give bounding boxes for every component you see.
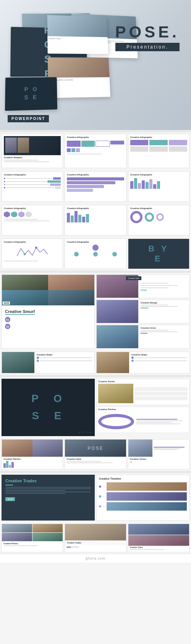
slide-infographic-6: Creative Infographic [2,205,63,235]
svg-point-1 [35,247,37,249]
creative-smurf-section: 2019 Creative Smurf 01 [0,273,191,350]
slide-stack-mockup: Creative Takes POSE Creative Helps Somet… [0,8,123,126]
sends-pitches-col: Creative Sends Creative Pitches [96,379,189,436]
site-label: gfxtra.com [3,556,188,560]
niches-title: Creative Niches [3,458,61,460]
bottom-slide-2: Creative Trades [65,524,126,552]
slide-title-inf10: Creative Infographic [67,241,124,243]
vision-title: Creative Vision [130,458,188,460]
creative-smurf-slide: 2019 Creative Smurf 01 [2,274,95,349]
creative-bangs-slide: Creative Bangs [96,300,189,323]
pose-title: POSE. [115,23,180,41]
slide-title-inf9: Creative Infographic [4,241,61,243]
dark-pose-text: P OS E [31,390,65,425]
creative-helps-2-title: Creative Helps [131,354,187,356]
timeline-item-1 [99,482,187,491]
slide-title-inf5: Creative Infographic [130,174,187,176]
ct-title-plain: Creative [5,479,23,483]
slide-title-simples: Creative Simples [4,156,61,159]
infographic-section-2: Creative Infographic [0,170,191,203]
slide-infographic-8: Creative Infographic [128,205,189,235]
slide-infographic-7: Creative Infographic [65,205,126,235]
creative-timeline-slide: Creative Timeline [96,475,189,521]
slide-infographic-1: Creative Infographic [65,134,126,168]
creative-sends-slide: Creative Sends [96,379,189,405]
svg-point-0 [24,253,26,255]
slide-infographic-10: Creative Infographic [65,238,126,269]
pose-title-area: POSE. Presentation. [115,23,180,51]
creative-trades-title: Creative Trades [5,479,91,483]
creative-helps-2-slide: Creative Helps [96,352,189,373]
hyte-title: Creative Hyte [66,458,124,460]
creative-pitches-slide: Creative Pitches [96,407,189,433]
timeline-title: Creative Timeline [99,477,187,480]
right-slides-col: Creative Girls Creative Bangs [96,274,189,349]
slide-infographic-2: Creative Infographic [128,134,189,168]
dark-pose-date: 2 0 1 9 [79,431,91,433]
creative-vision-slide: Creative Vision 03 [128,439,189,469]
creative-sends-title: Creative Sends [97,379,189,384]
dark-pose-slide: P OS E 2 0 1 9 [2,379,95,436]
slide-overlay-1: Creative Helps [47,15,108,54]
creative-trades-slide: Creative Trades 2019 [2,475,95,521]
creative-smurf-title: Creative Smurf [5,309,35,315]
creative-hyte-slide: POSE Creative Hyte [65,439,126,469]
creative-helps-1-slide: Creative Helps [2,352,95,373]
slide-infographic-4: Creative Infographic [65,171,126,202]
niches-section: Creative Niches POSE Creative Hyte [0,438,191,471]
creative-helps-section: Creative Helps Creative Helps [0,350,191,375]
num-badge-02: 02 [5,324,10,329]
creative-grizz-title: Creative Grizz [141,327,187,329]
creative-grizz-slide: Creative Grizz [96,325,189,349]
slide-title-inf3: Creative Infographic [4,174,61,176]
slide-title-inf2: Creative Infographic [130,136,187,138]
creative-pitches-title: Creative Pitches [97,407,189,412]
num-badge-01: 01 [5,317,10,322]
creative-helps-1-title: Creative Helps [37,354,92,356]
slide-title-inf4: Creative Infographic [67,174,124,176]
slide-infographic-9: Creative Infographic [2,238,63,269]
bottom-slide-2-title: Creative Trades [65,540,126,545]
slide-infographic-3: Creative Infographic [2,171,63,202]
timeline-item-2 [99,492,187,501]
ct-button[interactable]: 2019 [5,497,15,501]
dark-pose-section: P OS E 2 0 1 9 Creative Sends Cre [0,377,191,438]
powerpoint-badge: POWERPOINT [8,115,49,122]
smurf-title-label: Creative Smurf [5,308,91,315]
slide-title-inf8: Creative Infographic [130,207,187,209]
ct-title-accent: Trades [23,479,36,483]
creative-niches-slide: Creative Niches [2,439,63,469]
slide-overlay-2: Something With a Great title [48,57,110,98]
trades-timeline-section: Creative Trades 2019 Creative Timeline [0,473,191,522]
bottom-slide-3-title: Creative Years [130,546,188,548]
slide-bye: B YE [128,238,189,269]
slide-infographic-5: Creative Infographic [128,171,189,202]
bottom-slide-1-title: Creative Photos [3,542,61,545]
creative-bangs-title: Creative Bangs [141,302,187,304]
slide-creative-simples: Creative Simples [2,134,63,168]
infographic-section-4: Creative Infographic Creative Infographi… [0,237,191,271]
infographic-section-1: Creative Simples Creative Infographic Cr… [0,132,191,170]
slide-title-inf6: Creative Infographic [4,207,61,209]
slide-overlay-dark: P OS E [5,77,57,111]
creative-girls-slide: Creative Girls [96,274,189,298]
hero-section: Creative Takes POSE Creative Helps Somet… [0,0,191,130]
bottom-slide-3: Creative Years [128,524,189,552]
slide-title-inf1: Creative Infographic [67,136,124,138]
bottom-three-section: Creative Photos Creative Trades [0,522,191,554]
pose-subtitle: Presentation. [115,43,180,51]
watermark-bar: gfxtra.com [0,554,191,563]
slide-title-inf7: Creative Infographic [67,207,124,209]
timeline-item-3 [99,502,187,511]
infographic-section-3: Creative Infographic Creative Infographi… [0,203,191,237]
bottom-slide-1: Creative Photos [2,524,63,552]
